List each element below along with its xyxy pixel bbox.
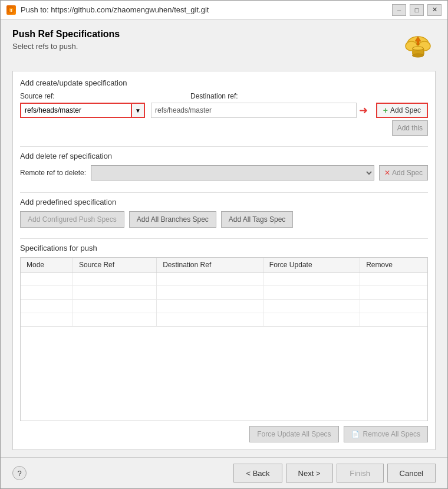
dest-ref-label: Destination ref: — [190, 92, 238, 100]
delete-section: Add delete ref specification Remote ref … — [20, 152, 428, 183]
table-header-row: Mode Source Ref Destination Ref Force Up… — [21, 258, 427, 273]
table-actions: Force Update All Specs 📄 Remove All Spec… — [20, 426, 428, 442]
remove-all-specs-button[interactable]: 📄 Remove All Specs — [344, 426, 428, 442]
remove-all-icon: 📄 — [351, 431, 360, 438]
cell — [360, 286, 427, 300]
footer-left: ? — [12, 466, 27, 480]
cell — [263, 273, 360, 286]
cloud-icon-area — [400, 29, 436, 61]
table-row — [21, 300, 427, 313]
svg-text:⬆: ⬆ — [9, 8, 13, 12]
table-row — [21, 313, 427, 327]
header-text: Push Ref Specifications Select refs to p… — [12, 29, 120, 51]
arrow-indicator: ➜ — [359, 104, 368, 117]
cell — [157, 286, 263, 300]
back-button[interactable]: < Back — [233, 464, 282, 483]
force-update-all-label: Force Update All Specs — [257, 430, 331, 438]
main-window: ⬆ Push to: https://github.com/zhaomengwu… — [0, 0, 448, 489]
title-bar: ⬆ Push to: https://github.com/zhaomengwu… — [1, 1, 447, 19]
col-mode: Mode — [21, 258, 73, 273]
dest-ref-input[interactable] — [151, 103, 357, 118]
dest-ref-group: ➜ — [151, 103, 370, 118]
next-button[interactable]: Next > — [286, 464, 333, 483]
cell — [360, 300, 427, 313]
help-button[interactable]: ? — [12, 466, 27, 480]
delete-add-spec-button[interactable]: ✕ Add Spec — [379, 165, 428, 180]
svg-point-7 — [412, 47, 423, 50]
add-spec-label: Add Spec — [390, 106, 421, 114]
cell — [263, 300, 360, 313]
remote-ref-label: Remote ref to delete: — [20, 169, 86, 177]
add-configured-push-specs-button[interactable]: Add Configured Push Specs — [20, 211, 124, 228]
finish-button[interactable]: Finish — [337, 464, 384, 483]
cell — [73, 286, 157, 300]
add-configured-label: Add Configured Push Specs — [28, 215, 117, 224]
svg-point-8 — [412, 54, 423, 57]
page-title: Push Ref Specifications — [12, 29, 120, 40]
footer: ? < Back Next > Finish Cancel — [1, 457, 447, 488]
add-all-branches-spec-button[interactable]: Add All Branches Spec — [129, 211, 216, 228]
add-all-tags-spec-button[interactable]: Add All Tags Spec — [221, 211, 294, 228]
add-spec-button[interactable]: + Add Spec — [376, 103, 428, 118]
specs-for-push-section: Specifications for push Mode Source Ref … — [20, 244, 428, 442]
cell — [73, 273, 157, 286]
cell — [157, 300, 263, 313]
cell — [73, 300, 157, 313]
add-this-button[interactable]: Add this — [392, 120, 428, 136]
source-ref-dropdown[interactable]: ▼ — [132, 103, 145, 118]
remote-ref-row: Remote ref to delete: ✕ Add Spec — [20, 165, 428, 180]
specs-table-container: Mode Source Ref Destination Ref Force Up… — [20, 257, 428, 421]
close-button[interactable]: ✕ — [427, 4, 442, 16]
cell — [21, 286, 73, 300]
predefined-section: Add predefined specification Add Configu… — [20, 198, 428, 228]
cell — [157, 273, 263, 286]
header-section: Push Ref Specifications Select refs to p… — [12, 29, 436, 61]
title-bar-left: ⬆ Push to: https://github.com/zhaomengwu… — [6, 5, 209, 15]
cell — [21, 313, 73, 327]
remote-ref-select[interactable] — [91, 165, 374, 180]
cancel-button[interactable]: Cancel — [387, 464, 436, 483]
col-remove: Remove — [360, 258, 427, 273]
field-labels-row: Source ref: Destination ref: — [20, 92, 428, 100]
divider-3 — [20, 238, 428, 239]
app-icon: ⬆ — [6, 5, 16, 15]
delete-ref-title: Add delete ref specification — [20, 152, 428, 160]
specs-for-push-title: Specifications for push — [20, 244, 428, 252]
create-update-title: Add create/update specification — [20, 78, 428, 87]
cloud-upload-icon — [402, 31, 434, 60]
table-row — [21, 286, 427, 300]
specs-tbody — [21, 273, 427, 327]
source-ref-input[interactable] — [20, 103, 132, 118]
col-source-ref: Source Ref — [73, 258, 157, 273]
specs-table: Mode Source Ref Destination Ref Force Up… — [21, 258, 427, 327]
divider-2 — [20, 192, 428, 193]
cell — [263, 313, 360, 327]
cell — [73, 313, 157, 327]
force-update-all-specs-button[interactable]: Force Update All Specs — [249, 426, 338, 442]
create-update-section: Add create/update specification Source r… — [20, 78, 428, 136]
cell — [263, 286, 360, 300]
main-panel: Add create/update specification Source r… — [12, 71, 436, 450]
maximize-button[interactable]: □ — [410, 4, 424, 16]
delete-add-spec-label: Add Spec — [392, 169, 423, 177]
cell — [360, 313, 427, 327]
col-force-update: Force Update — [263, 258, 360, 273]
add-all-tags-label: Add All Tags Spec — [229, 215, 286, 224]
cell — [21, 273, 73, 286]
window-controls: – □ ✕ — [392, 4, 442, 16]
plus-icon: + — [383, 106, 388, 115]
window-title: Push to: https://github.com/zhaomengwuhe… — [21, 5, 209, 14]
divider-1 — [20, 146, 428, 147]
cell — [157, 313, 263, 327]
add-this-label: Add this — [397, 124, 423, 132]
table-row — [21, 273, 427, 286]
predefined-buttons: Add Configured Push Specs Add All Branch… — [20, 211, 428, 228]
x-icon: ✕ — [384, 169, 390, 177]
predefined-title: Add predefined specification — [20, 198, 428, 206]
footer-buttons: < Back Next > Finish Cancel — [233, 464, 436, 483]
add-all-branches-label: Add All Branches Spec — [137, 215, 209, 224]
source-ref-group: ▼ — [20, 103, 145, 118]
minimize-button[interactable]: – — [392, 4, 406, 16]
source-ref-label: Source ref: — [20, 92, 61, 100]
cell — [360, 273, 427, 286]
